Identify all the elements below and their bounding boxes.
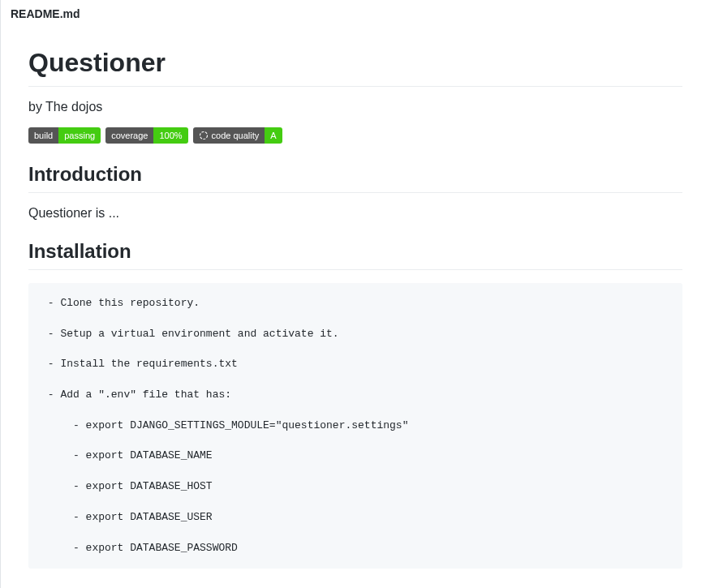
code-quality-badge-value: A — [265, 127, 282, 144]
build-badge-label: build — [28, 127, 58, 144]
code-quality-badge[interactable]: code quality A — [193, 127, 282, 144]
coverage-badge-label: coverage — [105, 127, 153, 144]
install-codeblock: - Clone this repository. - Setup a virtu… — [28, 283, 682, 569]
code-quality-badge-label: code quality — [193, 127, 265, 144]
svg-point-0 — [200, 132, 207, 139]
build-badge[interactable]: build passing — [28, 127, 101, 144]
code-quality-badge-text: code quality — [212, 127, 260, 144]
intro-heading: Introduction — [28, 163, 682, 193]
file-header: README.md — [1, 0, 710, 28]
readme-container: README.md Questioner by The dojos build … — [0, 0, 710, 588]
markdown-body: Questioner by The dojos build passing co… — [1, 48, 710, 588]
badges-row: build passing coverage 100% code quality… — [28, 127, 682, 144]
install-heading: Installation — [28, 240, 682, 270]
build-badge-value: passing — [58, 127, 101, 144]
coverage-badge[interactable]: coverage 100% — [105, 127, 187, 144]
intro-text: Questioner is ... — [28, 206, 682, 221]
codacy-icon — [199, 131, 209, 140]
coverage-badge-value: 100% — [153, 127, 187, 144]
page-title: Questioner — [28, 48, 682, 87]
byline: by The dojos — [28, 100, 682, 114]
